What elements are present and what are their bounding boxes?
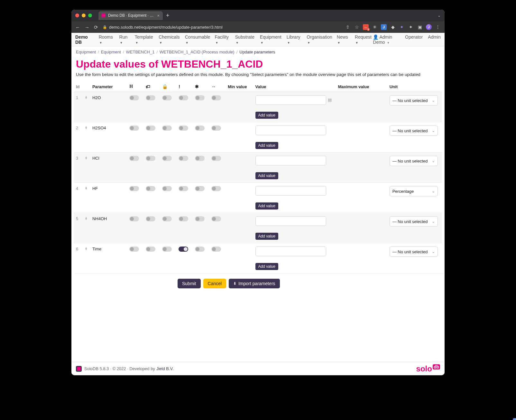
menu-icon[interactable]: ⋮	[435, 24, 441, 30]
toggle-H[interactable]	[129, 95, 139, 100]
unit-select[interactable]: — No unit selected⌄	[390, 247, 438, 257]
toggle-tag[interactable]	[146, 156, 155, 161]
value-input[interactable]	[255, 216, 326, 226]
value-input[interactable]	[255, 156, 326, 165]
toggle-lock[interactable]	[162, 156, 172, 161]
toggle-*[interactable]	[195, 126, 205, 131]
breadcrumb-item[interactable]: Equipment	[76, 50, 96, 54]
forward-button[interactable]: →	[85, 25, 89, 30]
toggle-tag[interactable]	[146, 186, 155, 191]
toggle-![interactable]	[179, 247, 188, 252]
ext-icon-2[interactable]: ✳	[372, 24, 378, 30]
nav-link-chemicals[interactable]: Chemicals ▼	[159, 34, 180, 45]
toggle-![interactable]	[179, 95, 188, 100]
sort-handle-icon[interactable]: ▴▾	[85, 96, 87, 99]
add-value-button[interactable]: Add value	[255, 112, 278, 119]
toggle-*[interactable]	[195, 247, 205, 252]
toggle-![interactable]	[179, 216, 188, 221]
unit-select[interactable]: Percentage⌄	[390, 186, 438, 196]
add-value-button[interactable]: Add value	[255, 263, 278, 270]
nav-link-news[interactable]: News ▼	[337, 34, 350, 45]
breadcrumb-item[interactable]: Equipment	[101, 50, 121, 54]
toggle-lock[interactable]	[162, 216, 172, 221]
toggle-tag[interactable]	[146, 216, 155, 221]
tabs-overflow-icon[interactable]: ⌄	[438, 13, 441, 18]
nav-link-run[interactable]: Run ▼	[119, 34, 130, 45]
toggle-lock[interactable]	[162, 126, 172, 131]
unit-select[interactable]: — No unit selected⌄	[390, 95, 438, 106]
value-input[interactable]	[255, 247, 326, 256]
nav-operator-link[interactable]: Operator	[405, 34, 423, 45]
nav-link-organisation[interactable]: Organisation ▼	[307, 34, 332, 45]
breadcrumb-item[interactable]: WETBENCH_1_ACID (Process module)	[160, 50, 235, 54]
toggle-lock[interactable]	[162, 95, 172, 100]
toggle-range[interactable]	[211, 95, 221, 100]
toggle-H[interactable]	[129, 247, 139, 252]
add-value-button[interactable]: Add value	[255, 233, 278, 240]
toggle-![interactable]	[179, 186, 188, 191]
close-tab-icon[interactable]: ×	[157, 13, 160, 18]
nav-link-facility[interactable]: Facility ▼	[215, 34, 231, 45]
nav-link-substrate[interactable]: Substrate ▼	[235, 34, 255, 45]
browser-tab[interactable]: Demo DB · Equipment · Update ×	[98, 11, 163, 20]
nav-link-equipment[interactable]: Equipment ▼	[260, 34, 282, 45]
nav-link-rooms[interactable]: Rooms ▼	[99, 34, 115, 45]
toggle-H[interactable]	[129, 156, 139, 161]
new-tab-button[interactable]: +	[166, 12, 170, 19]
reading-list-icon[interactable]: ▣	[417, 24, 423, 30]
toggle-tag[interactable]	[146, 247, 155, 252]
toggle-range[interactable]	[211, 156, 221, 161]
app-brand[interactable]: Demo DB	[75, 34, 93, 45]
extensions-icon[interactable]: ✦	[408, 24, 414, 30]
nav-link-library[interactable]: Library ▼	[287, 34, 302, 45]
ext-icon-5[interactable]: ✦11	[399, 24, 405, 30]
toggle-![interactable]	[179, 156, 188, 161]
toggle-tag[interactable]	[146, 95, 155, 100]
toggle-range[interactable]	[211, 186, 221, 191]
toggle-tag[interactable]	[146, 126, 155, 131]
toggle-lock[interactable]	[162, 186, 172, 191]
sort-handle-icon[interactable]: ▴▾	[85, 186, 87, 190]
nav-link-request[interactable]: Request ▼	[355, 34, 373, 45]
close-window-button[interactable]	[75, 14, 79, 17]
toggle-range[interactable]	[211, 216, 221, 221]
value-input[interactable]	[255, 95, 326, 105]
reload-button[interactable]: ⟳	[94, 25, 98, 30]
ext-icon-3[interactable]: J	[381, 24, 387, 30]
unit-select[interactable]: — No unit selected⌄	[390, 126, 438, 136]
footer-developer-link[interactable]: Jield B.V.	[156, 366, 174, 371]
nav-admin-link[interactable]: Admin	[428, 34, 441, 45]
sort-handle-icon[interactable]: ▴▾	[85, 247, 87, 250]
nav-link-consumable[interactable]: Consumable ▼	[185, 34, 210, 45]
toggle-H[interactable]	[129, 216, 139, 221]
unit-select[interactable]: — No unit selected⌄	[390, 156, 438, 166]
maximize-window-button[interactable]	[88, 14, 92, 17]
bookmark-icon[interactable]: ☆	[354, 24, 360, 30]
ext-icon-1[interactable]: …5	[363, 24, 369, 30]
back-button[interactable]: ←	[75, 25, 80, 30]
sort-handle-icon[interactable]: ▴▾	[85, 217, 87, 220]
cancel-button[interactable]: Cancel	[203, 279, 226, 288]
user-menu[interactable]: 👤 Admin Demo ▼	[373, 34, 400, 45]
toggle-*[interactable]	[195, 186, 205, 191]
toggle-H[interactable]	[129, 126, 139, 131]
sort-handle-icon[interactable]: ▴▾	[85, 126, 87, 129]
unit-select[interactable]: — No unit selected⌄	[390, 216, 438, 227]
ext-icon-4[interactable]: ◆	[390, 24, 396, 30]
toggle-*[interactable]	[195, 216, 205, 221]
nav-link-template[interactable]: Template ▼	[135, 34, 154, 45]
profile-avatar[interactable]: J	[426, 24, 432, 30]
toggle-*[interactable]	[195, 95, 205, 100]
toggle-*[interactable]	[195, 156, 205, 161]
toggle-range[interactable]	[211, 247, 221, 252]
toggle-range[interactable]	[211, 126, 221, 131]
value-input[interactable]	[255, 186, 326, 196]
submit-button[interactable]: Submit	[178, 279, 201, 288]
add-value-button[interactable]: Add value	[255, 142, 278, 149]
rich-editor-icon[interactable]: ▤	[328, 98, 332, 102]
value-input[interactable]	[255, 126, 326, 135]
import-button[interactable]: ⬇ Import parameters	[229, 279, 280, 288]
add-value-button[interactable]: Add value	[255, 172, 278, 179]
toggle-H[interactable]	[129, 186, 139, 191]
breadcrumb-item[interactable]: WETBENCH_1	[126, 50, 155, 54]
